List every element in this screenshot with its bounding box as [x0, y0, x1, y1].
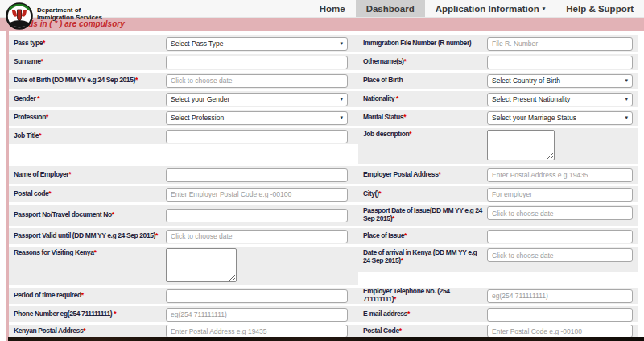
application-form: Pass type* Select Pass Type▾ Surname* Da… [6, 31, 639, 341]
othernames-input[interactable] [487, 56, 633, 69]
row-nationality: Nationality * Select Present Nationality… [358, 91, 638, 107]
phone-number-label: Phone Number eg(254 711111111) * [9, 310, 166, 318]
date-of-arrival-input[interactable] [487, 248, 633, 262]
job-title-input[interactable] [166, 130, 348, 143]
nav-help-support[interactable]: Help & Support [555, 0, 644, 17]
row-passport-date-of-issue: Passport Date of Issue(DD MM YY e.g 24 S… [358, 205, 638, 226]
row-postal-code: Postal code* [9, 186, 358, 202]
place-of-issue-input[interactable] [487, 230, 633, 243]
marital-status-select[interactable]: Select your Marriage Status▾ [487, 111, 633, 125]
row-postal-code-right: Postal Code* [358, 325, 638, 337]
nav-application-information[interactable]: Application Information ▾ [425, 0, 556, 17]
row-email-address: E-mail address* [358, 306, 638, 322]
kenyan-postal-address-input[interactable] [166, 325, 348, 337]
left-column-spacer [9, 147, 358, 164]
employer-telephone-input[interactable] [487, 289, 633, 303]
row-passport-valid-until: Passport Valid until (DD MM YY e.g 24 Se… [9, 228, 358, 244]
select-value: Select Present Nationality [492, 95, 570, 103]
nav-home[interactable]: Home [309, 0, 356, 17]
chevron-down-icon: ▾ [625, 77, 628, 84]
othernames-label: Othername(s)* [358, 58, 487, 66]
row-reasons-for-visiting: Reasons for Visiting Kenya* [9, 247, 358, 285]
select-value: Select Pass Type [171, 40, 224, 48]
brand: Department of Immigration Services [5, 2, 102, 31]
nationality-select[interactable]: Select Present Nationality▾ [487, 93, 633, 106]
nav-dashboard[interactable]: Dashboard [356, 0, 425, 17]
passport-valid-until-label: Passport Valid until (DD MM YY e.g 24 Se… [9, 232, 166, 240]
chevron-down-icon: ▾ [625, 114, 628, 121]
row-place-of-issue: Place of Issue* [358, 228, 638, 244]
chevron-down-icon: ▾ [340, 40, 343, 47]
department-title-line2: Immigration Services [37, 14, 102, 21]
row-period-of-time: Period of time required* [9, 288, 358, 304]
city-input[interactable] [487, 188, 633, 202]
surname-label: Surname* [9, 58, 166, 66]
row-name-of-employer: Name of Employer* [9, 166, 358, 184]
row-date-of-arrival: Date of arrival in Kenya (DD MM YY e.g 2… [358, 247, 638, 272]
period-of-time-label: Period of time required* [9, 292, 166, 300]
postal-code-input[interactable] [166, 188, 348, 202]
row-place-of-birth: Place of Birth Select Country of Birth▾ [358, 73, 638, 89]
profession-label: Profession* [9, 114, 166, 122]
chevron-down-icon: ▾ [340, 96, 343, 102]
row-othernames: Othername(s)* [358, 54, 638, 70]
row-job-description: Job description* [358, 128, 638, 164]
row-employer-telephone: Employer Telephone No. (254 711111111)* [358, 288, 638, 304]
phone-number-input[interactable] [166, 308, 348, 322]
date-of-arrival-label: Date of arrival in Kenya (DD MM YY e.g 2… [358, 247, 487, 265]
place-of-birth-select[interactable]: Select Country of Birth▾ [487, 74, 633, 88]
postal-code-label: Postal code* [9, 190, 166, 198]
row-job-title: Job Title* [9, 128, 358, 144]
passport-no-label: Passport No/Travel document No* [9, 211, 166, 219]
passport-valid-until-input[interactable] [166, 230, 348, 243]
reasons-for-visiting-textarea[interactable] [166, 248, 237, 282]
pass-type-label: Pass type* [9, 40, 166, 48]
date-of-birth-input[interactable] [166, 74, 348, 88]
form-left-column: Pass type* Select Pass Type▾ Surname* Da… [9, 35, 358, 339]
marital-status-label: Marital Status* [358, 114, 487, 122]
job-description-textarea[interactable] [487, 130, 555, 160]
chevron-down-icon: ▾ [625, 96, 628, 102]
select-value: Select your Gender [171, 95, 229, 103]
gender-select[interactable]: Select your Gender▾ [166, 93, 348, 106]
row-kenyan-postal-address: Kenyan Postal Address* [9, 325, 358, 337]
right-column-spacer [358, 275, 638, 285]
place-of-birth-label: Place of Birth [358, 77, 487, 85]
immigration-file-number-label: Immigration File Number (R number) [358, 40, 487, 48]
surname-input[interactable] [166, 56, 348, 69]
employer-postal-address-label: Employer Postal Address* [358, 171, 487, 179]
place-of-issue-label: Place of Issue* [358, 232, 487, 240]
postal-code-right-label: Postal Code* [358, 327, 487, 335]
name-of-employer-input[interactable] [166, 168, 348, 182]
email-address-input[interactable] [487, 308, 633, 322]
city-label: City()* [358, 190, 487, 198]
row-immigration-file-number: Immigration File Number (R number) [358, 35, 638, 52]
select-value: Select Profession [171, 114, 224, 122]
row-employer-postal-address: Employer Postal Address* [358, 166, 638, 184]
coat-of-arms-logo [5, 2, 34, 31]
period-of-time-input[interactable] [166, 289, 348, 303]
profession-select[interactable]: Select Profession▾ [166, 111, 348, 125]
row-surname: Surname* [9, 54, 358, 70]
chevron-down-icon: ▾ [543, 6, 546, 12]
postal-code-right-input[interactable] [487, 325, 633, 337]
job-description-label: Job description* [358, 128, 487, 139]
passport-no-input[interactable] [166, 209, 348, 222]
reasons-for-visiting-label: Reasons for Visiting Kenya* [9, 247, 166, 257]
row-city: City()* [358, 186, 638, 202]
employer-postal-address-input[interactable] [487, 168, 633, 182]
pass-type-select[interactable]: Select Pass Type▾ [166, 37, 348, 51]
row-passport-no: Passport No/Travel document No* [9, 205, 358, 226]
immigration-file-number-input[interactable] [487, 37, 633, 51]
nationality-label: Nationality * [358, 95, 487, 103]
nav-application-information-label: Application Information [436, 4, 539, 14]
form-right-column: Immigration File Number (R number) Other… [358, 35, 638, 339]
chevron-down-icon: ▾ [340, 114, 343, 121]
passport-date-of-issue-input[interactable] [487, 206, 633, 220]
department-title-line1: Department of [37, 6, 102, 14]
select-value: Select your Marriage Status [492, 114, 576, 122]
department-title: Department of Immigration Services [37, 6, 102, 31]
gender-label: Gender * [9, 95, 166, 103]
job-title-label: Job Title* [9, 132, 166, 140]
email-address-label: E-mail address* [358, 310, 487, 318]
